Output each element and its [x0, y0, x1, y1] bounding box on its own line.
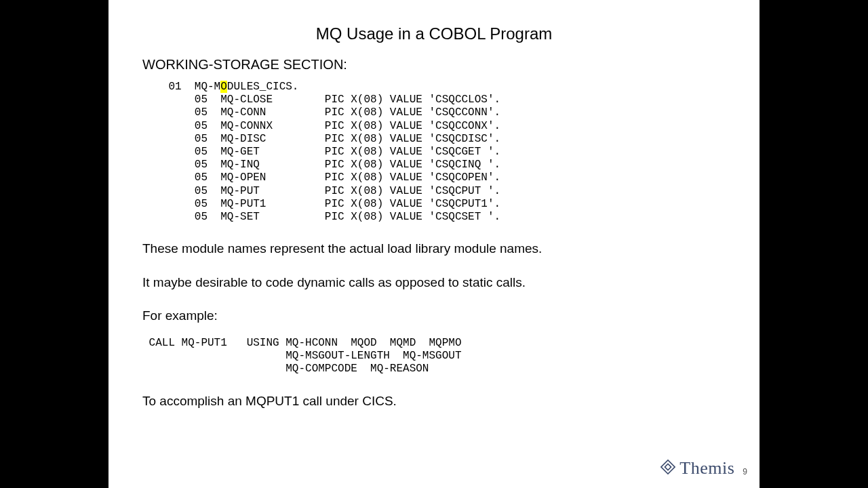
page-number: 9: [743, 467, 747, 479]
paragraph-accomplish: To accomplish an MQPUT1 call under CICS.: [142, 392, 726, 410]
svg-rect-1: [665, 464, 671, 470]
code-block-call-example: CALL MQ-PUT1 USING MQ-HCONN MQOD MQMD MQ…: [142, 337, 760, 376]
paragraph-dynamic-calls: It maybe desirable to code dynamic calls…: [142, 274, 726, 291]
code-rest: DULES_CICS. 05 MQ-CLOSE PIC X(08) VALUE …: [142, 81, 500, 223]
code-prefix: 01 MQ-M: [142, 81, 220, 93]
brand-name: Themis: [679, 458, 734, 479]
svg-rect-0: [661, 460, 675, 474]
highlighted-char: O: [220, 81, 227, 93]
section-heading: WORKING-STORAGE SECTION:: [142, 57, 760, 73]
themis-logo-icon: [659, 458, 679, 479]
slide-page: MQ Usage in a COBOL Program WORKING-STOR…: [108, 0, 760, 488]
paragraph-for-example: For example:: [142, 307, 726, 325]
footer: Themis 9: [659, 458, 747, 479]
slide-title: MQ Usage in a COBOL Program: [108, 24, 760, 43]
paragraph-module-names: These module names represent the actual …: [142, 240, 726, 258]
code-block-working-storage: 01 MQ-MODULES_CICS. 05 MQ-CLOSE PIC X(08…: [142, 81, 760, 224]
